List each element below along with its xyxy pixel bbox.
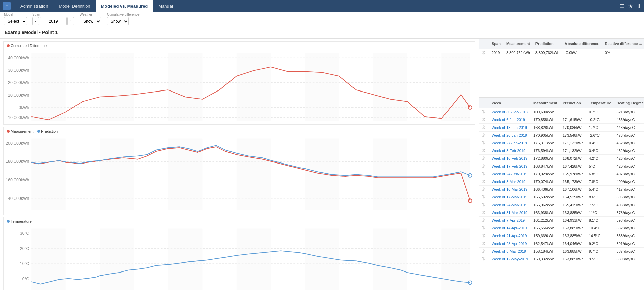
row-hdd: 391°daysC [614, 240, 644, 248]
svg-text:30°C: 30°C [20, 231, 29, 236]
chart-cumulated-legend: Cumulated Difference [4, 42, 475, 48]
legend-label-cumulated: Cumulated Difference [11, 44, 47, 48]
row-hdd: 395°daysC [614, 193, 644, 201]
row-week[interactable]: Week of 21-Apr-2019 [489, 232, 531, 240]
row-temperature: 9.7°C [586, 248, 614, 255]
row-week[interactable]: Week of 17-Feb-2019 [489, 162, 531, 170]
weekly-table-wrap: Week Measurement Prediction Temperature … [479, 98, 644, 290]
th-hdd-label: Heating Degree Da... [617, 101, 644, 105]
span-next-btn[interactable]: › [67, 17, 74, 25]
weather-label: Weather [80, 13, 101, 16]
row-hdd: 389°daysC [614, 255, 644, 263]
th-rel-diff-label: Relative difference [605, 42, 638, 46]
span-control: ‹ › [32, 17, 74, 25]
row-measurement: 159,332kWh [531, 255, 560, 263]
row-prediction: 171,132kWh [560, 139, 586, 147]
tab-model-definition[interactable]: Model Definition [53, 0, 95, 12]
row-temperature: 7.8°C [586, 178, 614, 186]
row-week[interactable]: Week of 20-Jan-2019 [489, 132, 531, 139]
row-week[interactable]: Week of 5-May-2019 [489, 248, 531, 255]
row-week[interactable]: Week of 28-Apr-2019 [489, 240, 531, 248]
tab-manual[interactable]: Manual [153, 0, 178, 12]
weekly-row: ⓘ Week of 31-Mar-2019 163,938kWh 163,885… [479, 209, 644, 217]
legend-label-temperature: Temperature [11, 219, 32, 223]
row-hdd: 452°daysC [614, 139, 644, 147]
row-prediction: 163,885kWh [560, 232, 586, 240]
row-week[interactable]: Week of 6-Jan-2019 [489, 116, 531, 124]
row-prediction: 164,931kWh [560, 217, 586, 224]
row-info-icon: ⓘ [479, 255, 489, 263]
row-week[interactable]: Week of 17-Mar-2019 [489, 193, 531, 201]
row-week[interactable]: Week of 24-Feb-2019 [489, 170, 531, 178]
svg-cumulated: 40,000kWh 30,000kWh 20,000kWh 10,000kWh … [4, 48, 475, 124]
svg-rect-50 [237, 229, 271, 290]
svg-text:-10,000kWh: -10,000kWh [7, 115, 29, 120]
span-prev-btn[interactable]: ‹ [32, 17, 39, 25]
row-temperature: 10.4°C [586, 224, 614, 232]
chart-cumulated: Cumulated Difference 40,000kWh 30,000kWh… [3, 41, 475, 125]
summary-span: 2019 [489, 49, 503, 57]
list-icon[interactable]: ☰ [619, 3, 624, 9]
tab-administration[interactable]: Administration [15, 0, 53, 12]
row-week[interactable]: Week of 3-Mar-2019 [489, 178, 531, 186]
summary-table-menu-btn[interactable]: ≡ [638, 40, 643, 47]
row-week[interactable]: Week of 3-Feb-2019 [489, 147, 531, 155]
row-week[interactable]: Week of 7-Apr-2019 [489, 217, 531, 224]
weather-select[interactable]: Show Hide [80, 17, 101, 25]
summary-measurement: 8,800,762kWh [503, 49, 533, 57]
row-week[interactable]: Week of 10-Mar-2019 [489, 186, 531, 193]
tab-modeled-vs-measured[interactable]: Modeled vs. Measured [96, 0, 153, 12]
legend-dot-prediction [37, 130, 40, 133]
weekly-row: ⓘ Week of 28-Apr-2019 162,547kWh 164,046… [479, 240, 644, 248]
row-info-icon: ⓘ [479, 155, 489, 162]
row-week[interactable]: Week of 27-Jan-2019 [489, 139, 531, 147]
row-week[interactable]: Week of 30-Dec-2018 [489, 108, 531, 116]
svg-rect-33 [373, 139, 407, 210]
row-temperature: 0.4°C [586, 147, 614, 155]
row-measurement: 168,828kWh [531, 124, 560, 132]
span-group: Span ‹ › [32, 13, 74, 25]
right-panel: Span Measurement Prediction Absolute dif… [479, 39, 644, 290]
row-measurement: 158,184kWh [531, 248, 560, 255]
row-week[interactable]: Week of 24-Mar-2019 [489, 201, 531, 209]
legend-cumulated: Cumulated Difference [7, 44, 47, 48]
summary-spacer [479, 57, 644, 97]
row-measurement: 159,669kWh [531, 232, 560, 240]
row-info-icon: ⓘ [479, 209, 489, 217]
row-week[interactable]: Week of 31-Mar-2019 [489, 209, 531, 217]
charts-panel: Cumulated Difference 40,000kWh 30,000kWh… [0, 39, 479, 290]
row-measurement: 170,858kWh [531, 116, 560, 124]
download-icon[interactable]: ⬇ [637, 3, 641, 9]
row-measurement: 163,938kWh [531, 209, 560, 217]
weather-group: Weather Show Hide [80, 13, 101, 25]
row-temperature: 5.4°C [586, 186, 614, 193]
cumulative-select[interactable]: Show Hide [107, 17, 129, 25]
row-info-icon: ⓘ [479, 132, 489, 139]
row-hdd: 443°daysC [614, 124, 644, 132]
legend-dot-measurement [7, 130, 10, 133]
row-week[interactable]: Week of 13-Jan-2019 [489, 124, 531, 132]
row-measurement: 170,074kWh [531, 178, 560, 186]
svg-temperature: 30°C 20°C 10°C 0°C -10°C [4, 224, 475, 290]
row-temperature: 0.7°C [586, 108, 614, 116]
th-measurement: Measurement [503, 39, 533, 49]
row-week[interactable]: Week of 12-May-2019 [489, 255, 531, 263]
row-week[interactable]: Week of 14-Apr-2019 [489, 224, 531, 232]
row-prediction [560, 108, 586, 116]
row-temperature: 9.5°C [586, 255, 614, 263]
legend-dot-cumulated [7, 44, 10, 47]
span-input[interactable] [40, 17, 67, 25]
row-hdd: 420°daysC [614, 162, 644, 170]
row-measurement: 170,029kWh [531, 170, 560, 178]
top-nav: ≡ Administration Model Definition Modele… [0, 0, 644, 12]
row-week[interactable]: Week of 10-Feb-2019 [489, 155, 531, 162]
row-hdd: 417°daysC [614, 186, 644, 193]
row-hdd: 452°daysC [614, 147, 644, 155]
chart-measurement: Measurement Prediction 200,000kWh 180,00… [3, 127, 475, 215]
app-icon[interactable]: ≡ [3, 2, 11, 10]
svg-rect-52 [373, 229, 407, 290]
model-select[interactable]: Select [4, 17, 27, 25]
star-icon[interactable]: ★ [628, 3, 633, 9]
row-temperature: 8.1°C [586, 217, 614, 224]
row-temperature: 9.2°C [586, 240, 614, 248]
